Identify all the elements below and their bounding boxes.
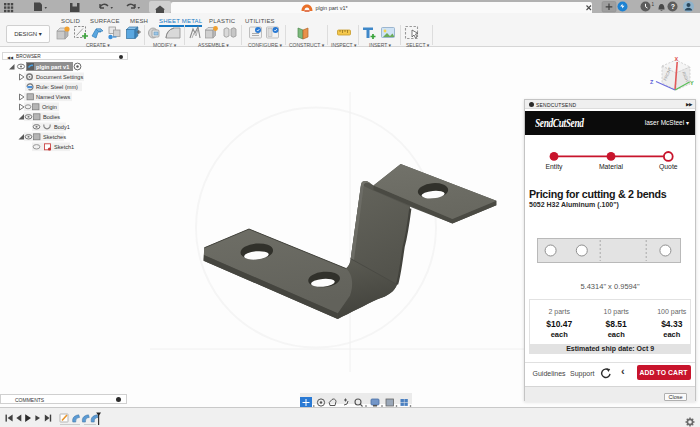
svg-text:Origin: Origin — [42, 104, 57, 110]
svg-text:Sketch1: Sketch1 — [54, 144, 74, 150]
svg-text:Z: Z — [650, 79, 654, 85]
svg-text:Named Views: Named Views — [36, 94, 71, 100]
svg-text:Y: Y — [690, 80, 694, 86]
svg-text:X: X — [675, 56, 679, 62]
svg-text:Rule: Steel (mm): Rule: Steel (mm) — [36, 84, 78, 90]
svg-text:Sketches: Sketches — [43, 134, 66, 140]
svg-text:plgin part v1*: plgin part v1* — [316, 5, 349, 11]
svg-text:Document Settings: Document Settings — [36, 74, 83, 80]
svg-text:?: ? — [671, 3, 675, 10]
svg-text:Bodies: Bodies — [43, 114, 60, 120]
svg-text:1: 1 — [652, 2, 655, 7]
svg-text:Body1: Body1 — [54, 124, 70, 130]
svg-text:plgin part v1: plgin part v1 — [36, 64, 69, 70]
